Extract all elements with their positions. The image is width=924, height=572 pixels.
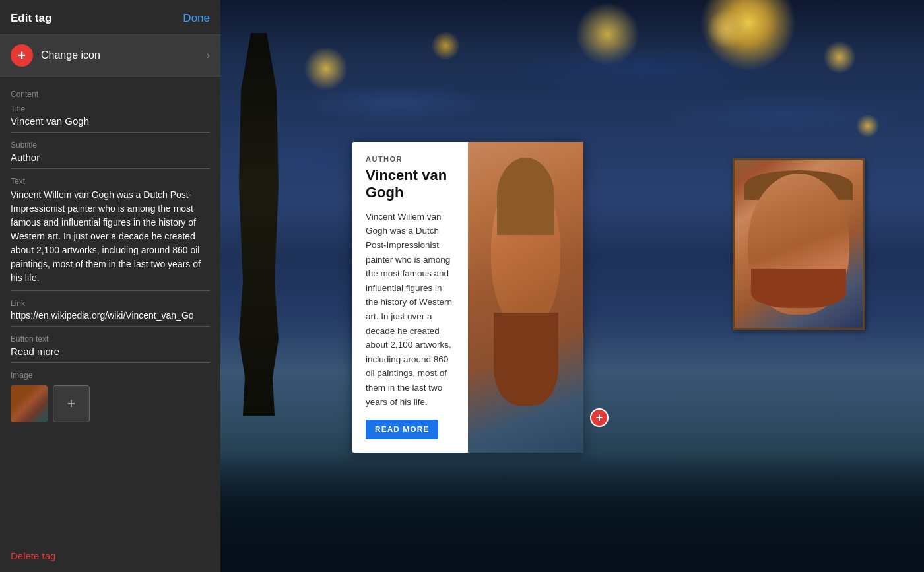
read-more-button[interactable]: READ MORE [366,420,438,439]
done-button[interactable]: Done [183,12,210,25]
info-card-text-area: AUTHOR Vincent van Gogh Vincent Willem v… [352,142,468,453]
info-card-subtitle: AUTHOR [366,155,455,163]
content-section-label: Content [0,86,220,102]
plus-icon: + [18,49,26,62]
title-field-label: Title [11,104,210,113]
info-card-popup: AUTHOR Vincent van Gogh Vincent Willem v… [352,142,583,453]
chevron-right-icon: › [207,49,210,61]
subtitle-field-value[interactable]: Author [11,152,210,169]
text-field-label: Text [11,177,210,186]
title-field-block: Title Vincent van Gogh [0,102,220,138]
image-section-label: Image [11,371,210,380]
info-card-body: Vincent Willem van Gogh was a Dutch Post… [366,210,455,409]
change-icon-label: Change icon [41,49,207,61]
change-icon-row[interactable]: + Change icon › [0,34,220,77]
edit-tag-panel: Edit tag Done + Change icon › Content Ti… [0,0,220,572]
cypress-tree [239,33,279,416]
van-gogh-painting-right [733,158,865,330]
link-field-value[interactable]: https://en.wikipedia.org/wiki/Vincent_va… [11,310,210,327]
village-overlay [220,453,924,572]
panel-title: Edit tag [11,12,51,25]
text-field-block: Text Vincent Willem van Gogh was a Dutch… [0,174,220,296]
background-panel: AUTHOR Vincent van Gogh Vincent Willem v… [220,0,924,572]
title-field-value[interactable]: Vincent van Gogh [11,115,210,133]
link-field-label: Link [11,299,210,308]
image-thumbnail[interactable] [11,385,48,422]
subtitle-field-block: Subtitle Author [0,138,220,174]
button-text-field-value[interactable]: Read more [11,346,210,363]
add-tag-icon: + [596,412,603,424]
button-text-field-label: Button text [11,334,210,344]
subtitle-field-label: Subtitle [11,141,210,150]
delete-tag-button[interactable]: Delete tag [11,550,210,561]
add-image-icon: + [67,395,76,412]
text-field-value[interactable]: Vincent Willem van Gogh was a Dutch Post… [11,188,210,291]
image-row: + [11,385,210,422]
image-section: Image + [0,368,220,428]
link-field-block: Link https://en.wikipedia.org/wiki/Vince… [0,296,220,332]
button-text-field-block: Button text Read more [0,332,220,368]
change-icon-circle: + [11,44,33,67]
add-tag-button[interactable]: + [590,408,609,427]
info-card-portrait-image [468,142,583,453]
add-image-button[interactable]: + [53,385,90,422]
panel-header: Edit tag Done [0,0,220,34]
info-card-title: Vincent van Gogh [366,167,455,202]
portrait-beard [751,269,846,308]
